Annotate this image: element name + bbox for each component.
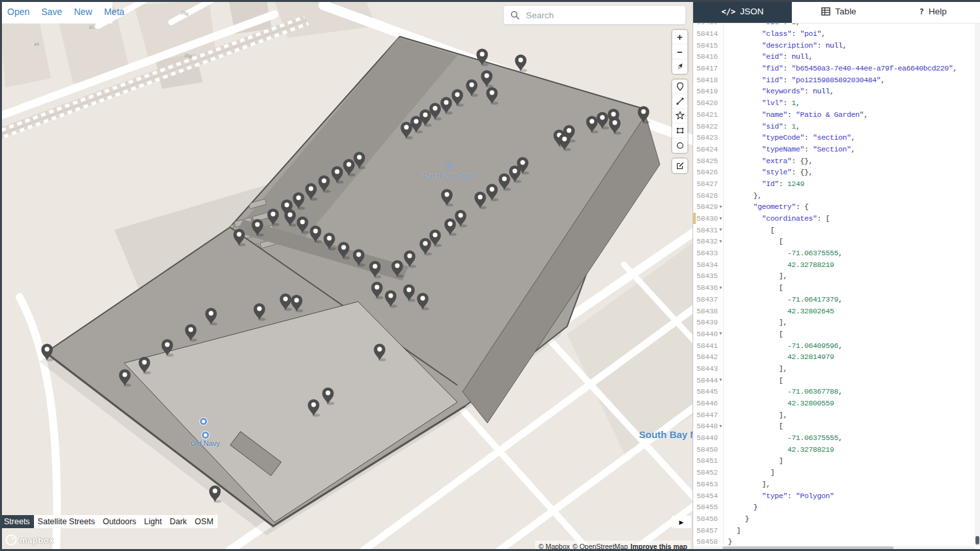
right-arrow-icon: ▶ xyxy=(679,519,684,526)
menu-open[interactable]: Open xyxy=(7,7,29,17)
gutter-line-number: 58434 xyxy=(693,259,724,270)
style-outdoors[interactable]: Outdoors xyxy=(99,515,140,528)
tab-json[interactable]: </> JSON xyxy=(693,0,792,23)
compass-icon xyxy=(675,61,685,72)
code-line: 58418 "iid": "poi2159885892030484", xyxy=(693,74,975,86)
draw-line-button[interactable] xyxy=(672,94,687,108)
code-line: 58424 "typeName": "Section", xyxy=(693,144,975,155)
gutter-line-number: 58421 xyxy=(693,109,724,121)
code-line: 58428 }, xyxy=(693,189,975,201)
mapbox-logo[interactable]: mapbox xyxy=(5,534,54,546)
gutter-line-number: 58422 xyxy=(693,120,724,132)
style-satellite-streets[interactable]: Satellite Streets xyxy=(34,515,99,528)
code-line: 58422 "sid": 1, xyxy=(693,120,975,132)
fold-arrow-icon[interactable]: ▾ xyxy=(719,204,722,210)
code-line: 58444▾ [ xyxy=(693,374,975,386)
circle-tool-icon xyxy=(676,141,685,150)
tab-help[interactable]: ? Help xyxy=(886,0,980,23)
code-line: 58454 "type": "Polygon" xyxy=(693,490,975,501)
gutter-line-number: 58430▾ xyxy=(693,213,724,225)
zoom-in-button[interactable]: + xyxy=(672,30,687,44)
fold-arrow-icon[interactable]: ▾ xyxy=(719,424,722,429)
fold-arrow-icon[interactable]: ▾ xyxy=(719,239,722,244)
code-line: 58430▾ "coordinates": [ xyxy=(693,213,975,225)
code-line: 58413 "bid": 1, xyxy=(693,24,975,28)
tab-table[interactable]: Table xyxy=(792,0,886,23)
gutter-line-number: 58418 xyxy=(693,74,724,86)
menu-meta[interactable]: Meta xyxy=(104,7,124,17)
window-frame-left xyxy=(0,0,2,551)
map-area: Open Save New Meta + − xyxy=(0,0,693,551)
code-line: 58451 ] xyxy=(693,455,975,467)
style-light[interactable]: Light xyxy=(140,515,166,528)
code-line: 58439 ], xyxy=(693,317,975,328)
code-line: 58432▾ [ xyxy=(693,236,975,247)
menu-bar: Open Save New Meta xyxy=(0,0,112,24)
vertical-scrollbar-thumb[interactable] xyxy=(975,536,979,544)
style-osm[interactable]: OSM xyxy=(191,515,217,528)
gutter-line-number: 58456 xyxy=(693,513,724,525)
style-bar-expand-button[interactable]: ▶ xyxy=(672,516,691,528)
zoom-out-button[interactable]: − xyxy=(672,44,687,59)
draw-circle-button[interactable] xyxy=(672,138,687,153)
code-line: 58446 42.32800559 xyxy=(693,398,975,409)
gutter-line-number: 58436▾ xyxy=(693,282,724,294)
search-box xyxy=(503,5,686,25)
home-depot-poi-icon xyxy=(446,162,453,169)
code-line: 58457 ] xyxy=(693,524,975,536)
gutter-line-number: 58439 xyxy=(693,317,724,328)
old-navy-poi-icon xyxy=(201,431,210,439)
menu-save[interactable]: Save xyxy=(41,7,62,17)
style-dark[interactable]: Dark xyxy=(166,515,191,528)
tab-json-label: JSON xyxy=(740,7,764,16)
code-line: 58438 42.32802645 xyxy=(693,305,975,317)
map-style-switcher: Streets Satellite Streets Outdoors Light… xyxy=(0,515,218,528)
edit-button[interactable] xyxy=(672,159,687,173)
road-number-label: 44 xyxy=(33,41,39,46)
json-editor[interactable]: 58413 "bid": 1,58414 "class": "poi",5841… xyxy=(693,24,975,546)
window-frame-top xyxy=(0,0,980,2)
gutter-line-number: 58438 xyxy=(693,305,724,317)
line-tool-icon xyxy=(676,97,685,106)
old-navy-label: Old Navy xyxy=(184,439,227,447)
vertical-scrollbar xyxy=(975,24,980,546)
code-line: 58417 "fid": "b65450a3-7e40-44ee-a79f-ea… xyxy=(693,63,975,74)
search-input[interactable] xyxy=(525,10,685,21)
panel-tab-bar: </> JSON Table ? Help xyxy=(693,0,980,24)
draw-point-button[interactable] xyxy=(672,80,687,94)
star-tool-icon xyxy=(676,111,685,120)
fold-arrow-icon[interactable]: ▾ xyxy=(719,331,722,336)
gutter-line-number: 58457 xyxy=(693,524,724,536)
fold-arrow-icon[interactable]: ▾ xyxy=(719,227,722,232)
gutter-line-number: 58451 xyxy=(693,455,724,467)
gutter-line-number: 58416 xyxy=(693,51,724,63)
gutter-line-number: 58447 xyxy=(693,409,724,420)
code-line: 58426 "style": {}, xyxy=(693,166,975,178)
gutter-line-number: 58414 xyxy=(693,28,724,40)
code-line: 58434 42.32788219 xyxy=(693,259,975,270)
code-line: 58449 -71.06375555, xyxy=(693,432,975,444)
gutter-line-number: 58448▾ xyxy=(693,420,724,432)
map-canvas[interactable] xyxy=(0,0,693,551)
gutter-line-number: 58435 xyxy=(693,270,724,282)
code-line: 58425 "extra": {}, xyxy=(693,155,975,166)
code-line: 58433 -71.06375555, xyxy=(693,247,975,259)
code-line: 58419 "keywords": null, xyxy=(693,86,975,97)
code-line: 58435 ], xyxy=(693,270,975,282)
style-streets[interactable]: Streets xyxy=(0,515,34,528)
gutter-line-number: 58445 xyxy=(693,386,724,398)
compass-button[interactable] xyxy=(672,59,687,74)
fold-arrow-icon[interactable]: ▾ xyxy=(719,377,722,383)
menu-new[interactable]: New xyxy=(74,7,92,17)
code-icon: </> xyxy=(721,7,736,16)
draw-rectangle-button[interactable] xyxy=(672,123,687,138)
code-line: 58455 } xyxy=(693,501,975,513)
search-icon xyxy=(510,10,519,20)
fold-arrow-icon[interactable]: ▾ xyxy=(719,215,722,221)
gutter-line-number: 58444▾ xyxy=(693,374,724,386)
draw-polygon-button[interactable] xyxy=(672,109,687,123)
json-panel: </> JSON Table ? Help 58413 "bid": 1,584… xyxy=(693,0,980,551)
gutter-line-number: 58442 xyxy=(693,351,724,363)
table-icon xyxy=(821,7,830,16)
fold-arrow-icon[interactable]: ▾ xyxy=(719,285,722,290)
